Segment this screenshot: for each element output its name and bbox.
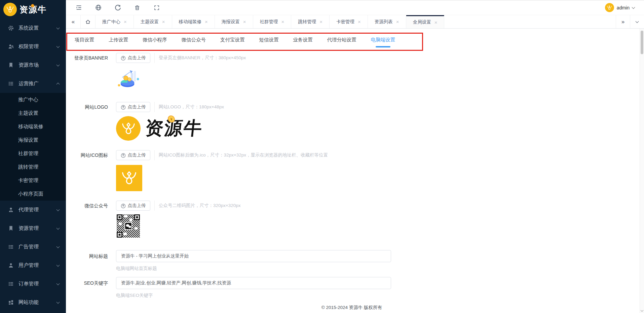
collapse-menu-icon[interactable] bbox=[75, 4, 82, 11]
top-header: admin bbox=[66, 0, 644, 15]
form-row-wechat: 微信公众号 点击上传 公众号二维码图片，尺寸：320px×320px bbox=[66, 201, 644, 238]
sidebar-subitem-community[interactable]: 社群管理 bbox=[0, 147, 66, 160]
close-icon[interactable]: × bbox=[124, 19, 127, 24]
close-icon[interactable]: × bbox=[358, 19, 361, 24]
tab-redirect[interactable]: 跳转管理× bbox=[291, 15, 330, 28]
tab-cardkey[interactable]: 卡密管理× bbox=[330, 15, 368, 28]
settings-tab-sms[interactable]: 短信设置 bbox=[259, 37, 279, 51]
site-title-input[interactable] bbox=[116, 250, 391, 262]
settings-tab-wechat-miniapp[interactable]: 微信小程序 bbox=[143, 37, 167, 51]
sidebar-subitem-poster[interactable]: 海报设置 bbox=[0, 133, 66, 147]
tab-promo-center[interactable]: 推广中心× bbox=[96, 15, 134, 28]
settings-tab-pc[interactable]: 电脑端设置 bbox=[371, 37, 395, 51]
chevron-down-icon bbox=[56, 26, 60, 29]
bookmark-icon bbox=[8, 225, 14, 231]
sidebar-subitem-cardkey[interactable]: 卡密管理 bbox=[0, 174, 66, 187]
sidebar-item-resource-market[interactable]: 资源市场 bbox=[0, 56, 66, 74]
close-icon[interactable]: × bbox=[243, 19, 246, 24]
field-hint: 登录页左侧BANNER，尺寸：380px×450px bbox=[154, 53, 246, 63]
chevron-down-icon bbox=[56, 300, 60, 304]
brand-bull-icon bbox=[116, 116, 141, 141]
sidebar-item-system-settings[interactable]: 系统设置 bbox=[0, 19, 66, 37]
field-label: 微信公众号 bbox=[66, 201, 112, 238]
grid-icon bbox=[8, 300, 14, 305]
tabs-menu-icon[interactable] bbox=[630, 15, 644, 28]
close-icon[interactable]: × bbox=[281, 19, 285, 24]
sidebar-subitem-redirect[interactable]: 跳转管理 bbox=[0, 160, 66, 174]
settings-tab-upload[interactable]: 上传设置 bbox=[109, 37, 128, 51]
chevron-down-icon bbox=[56, 282, 60, 285]
globe-icon[interactable] bbox=[95, 4, 102, 11]
chevron-down-icon bbox=[56, 208, 60, 211]
vertical-scrollbar[interactable] bbox=[640, 29, 644, 313]
tab-bar: « 推广中心× 主题设置× 移动端装修× 海报设置× 社群管理× 跳转管理× 卡… bbox=[66, 15, 644, 29]
upload-logo-button[interactable]: 点击上传 bbox=[116, 102, 150, 112]
close-icon[interactable]: × bbox=[205, 19, 208, 24]
sidebar-subitem-miniapp-page[interactable]: 小程序页面 bbox=[0, 187, 66, 201]
chevron-down-icon bbox=[56, 44, 60, 48]
sidebar-item-user-mgmt[interactable]: 用户管理 bbox=[0, 256, 66, 275]
settings-tab-wechat-official[interactable]: 微信公众号 bbox=[182, 37, 206, 51]
close-icon[interactable]: × bbox=[434, 20, 438, 25]
tabs-scroll-left-icon[interactable]: « bbox=[66, 15, 81, 28]
user-menu[interactable]: admin bbox=[605, 3, 635, 12]
field-hint: 电脑端SEO关键字 bbox=[116, 292, 391, 299]
sidebar-item-permission[interactable]: 权限管理 bbox=[0, 37, 66, 56]
chevron-down-icon bbox=[56, 245, 60, 248]
sidebar-item-site-features[interactable]: 网站功能 bbox=[0, 293, 66, 312]
tab-global-settings[interactable]: 全局设置× bbox=[406, 15, 445, 28]
tab-poster[interactable]: 海报设置× bbox=[215, 15, 253, 28]
list-icon bbox=[8, 244, 14, 250]
scrollbar-thumb[interactable] bbox=[641, 31, 643, 54]
sidebar-subitem-promo-center[interactable]: 推广中心 bbox=[0, 93, 66, 106]
field-hint: 电脑端网站首页标题 bbox=[116, 266, 391, 272]
upload-banner-button[interactable]: 点击上传 bbox=[116, 53, 150, 63]
sidebar-item-resource-mgmt[interactable]: 资源管理 bbox=[0, 219, 66, 238]
settings-tab-agent-site[interactable]: 代理分站设置 bbox=[327, 37, 356, 51]
settings-tab-project[interactable]: 项目设置 bbox=[75, 37, 94, 51]
sidebar-item-order-mgmt[interactable]: 订单管理 bbox=[0, 275, 66, 293]
refresh-icon[interactable] bbox=[114, 4, 121, 11]
qrcode-image bbox=[116, 214, 141, 238]
sidebar-item-operation-promo[interactable]: 运营推广 bbox=[0, 74, 66, 93]
tab-resource-list[interactable]: 资源列表× bbox=[368, 15, 406, 28]
field-label: SEO关键字 bbox=[66, 277, 112, 299]
brand-coin-icon bbox=[31, 4, 34, 7]
chevron-down-icon bbox=[56, 226, 60, 230]
avatar bbox=[605, 3, 614, 12]
tab-theme[interactable]: 主题设置× bbox=[134, 15, 172, 28]
settings-page: 项目设置 上传设置 微信小程序 微信公众号 支付宝设置 短信设置 业务设置 代理… bbox=[66, 29, 644, 313]
field-hint: 网站LOGO，尺寸：180px×48px bbox=[154, 102, 224, 112]
upload-ico-button[interactable]: 点击上传 bbox=[116, 150, 150, 160]
tab-community[interactable]: 社群管理× bbox=[253, 15, 292, 28]
sidebar-subitem-mobile-deco[interactable]: 移动端装修 bbox=[0, 120, 66, 133]
sidebar-submenu: 推广中心 主题设置 移动端装修 海报设置 社群管理 跳转管理 卡密管理 小程序页… bbox=[0, 93, 66, 201]
field-label: 网站LOGO bbox=[66, 102, 112, 141]
fullscreen-icon[interactable] bbox=[153, 4, 160, 11]
home-tab[interactable] bbox=[81, 15, 96, 28]
user-icon bbox=[8, 263, 14, 268]
close-icon[interactable]: × bbox=[162, 19, 165, 24]
tab-mobile-deco[interactable]: 移动端装修× bbox=[172, 15, 215, 28]
sidebar-item-agent[interactable]: 代理管理 bbox=[0, 201, 66, 219]
sidebar: 资源牛 系统设置 权限管理 资源市场 运营推广 推广中心 主题设置 移动端装修 bbox=[0, 0, 66, 313]
upload-qrcode-button[interactable]: 点击上传 bbox=[116, 201, 150, 211]
sidebar-subitem-theme[interactable]: 主题设置 bbox=[0, 106, 66, 120]
key-user-icon bbox=[8, 44, 14, 49]
close-icon[interactable]: × bbox=[396, 19, 399, 24]
field-hint: 网站ICO图标后缀为.ico，尺寸：32px×32px，显示在浏览器的地址栏、收… bbox=[154, 150, 328, 160]
scrollbar-down-arrow-icon[interactable] bbox=[641, 309, 643, 312]
close-icon[interactable]: × bbox=[319, 19, 323, 24]
settings-tab-business[interactable]: 业务设置 bbox=[293, 37, 313, 51]
ico-preview-image bbox=[116, 165, 142, 191]
settings-tab-alipay[interactable]: 支付宝设置 bbox=[220, 37, 245, 51]
form-row-logo: 网站LOGO 点击上传 网站LOGO，尺寸：180px×48px 资源牛 bbox=[66, 102, 644, 141]
tabs-scroll-right-icon[interactable]: » bbox=[616, 15, 630, 28]
sidebar-item-ad-mgmt[interactable]: 广告管理 bbox=[0, 238, 66, 256]
chevron-down-icon bbox=[56, 63, 60, 66]
banner-preview-image bbox=[116, 69, 142, 89]
seo-keywords-input[interactable] bbox=[116, 277, 391, 289]
app-window: 资源牛 系统设置 权限管理 资源市场 运营推广 推广中心 主题设置 移动端装修 bbox=[0, 0, 644, 313]
brand-logo[interactable]: 资源牛 bbox=[0, 0, 66, 19]
trash-icon[interactable] bbox=[134, 4, 141, 11]
